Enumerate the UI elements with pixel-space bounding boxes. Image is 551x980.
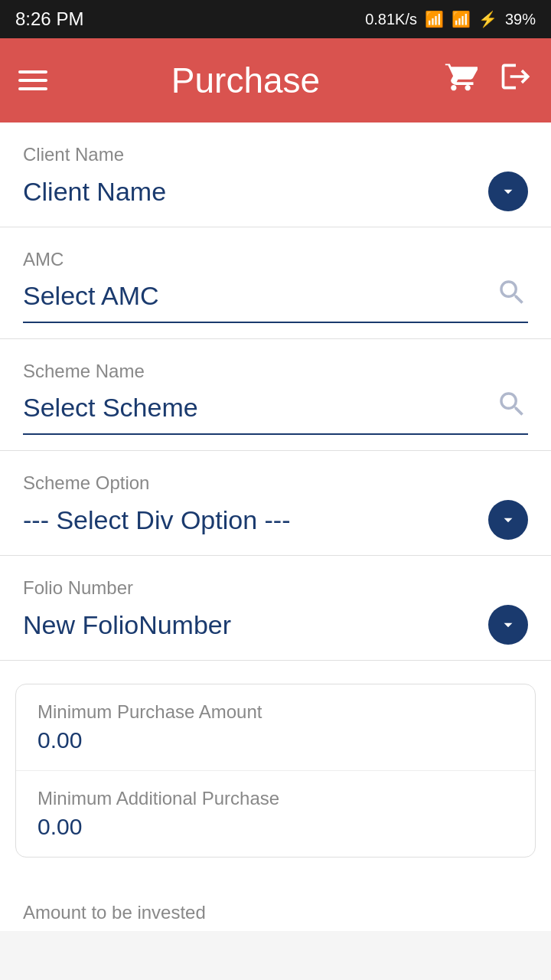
- menu-button[interactable]: [18, 70, 47, 90]
- amc-section: AMC Select AMC: [0, 227, 551, 339]
- scheme-search-icon[interactable]: [496, 388, 528, 427]
- scheme-option-row: --- Select Div Option ---: [23, 500, 528, 540]
- amount-section: Amount to be invested: [0, 880, 551, 931]
- min-additional-value: 0.00: [37, 814, 514, 840]
- amc-search-icon[interactable]: [496, 276, 528, 315]
- folio-number-label: Folio Number: [23, 577, 528, 599]
- scheme-option-section: Scheme Option --- Select Div Option ---: [0, 451, 551, 556]
- amc-label: AMC: [23, 249, 528, 270]
- status-icons: 0.81K/s 📶 📶 ⚡ 39%: [365, 10, 536, 28]
- battery-percent: 39%: [505, 11, 536, 28]
- network-speed: 0.81K/s: [365, 11, 417, 28]
- battery-icon: ⚡: [478, 10, 497, 28]
- min-additional-label: Minimum Additional Purchase: [37, 788, 514, 809]
- scheme-option-dropdown[interactable]: [488, 500, 528, 540]
- folio-number-section: Folio Number New FolioNumber: [0, 556, 551, 661]
- min-purchase-value: 0.00: [37, 727, 514, 753]
- app-bar: Purchase: [0, 38, 551, 122]
- scheme-name-section: Scheme Name Select Scheme: [0, 339, 551, 451]
- time: 8:26 PM: [15, 8, 83, 30]
- folio-number-dropdown[interactable]: [488, 605, 528, 645]
- client-name-label: Client Name: [23, 144, 528, 165]
- scheme-name-row: Select Scheme: [23, 388, 528, 427]
- scheme-option-label: Scheme Option: [23, 472, 528, 494]
- client-name-value: Client Name: [23, 177, 166, 207]
- amount-label: Amount to be invested: [23, 902, 528, 923]
- amc-row: Select AMC: [23, 276, 528, 315]
- scheme-option-value: --- Select Div Option ---: [23, 505, 291, 535]
- wifi-icon: 📶: [425, 10, 444, 28]
- main-content: Client Name Client Name AMC Select AMC S…: [0, 122, 551, 931]
- status-bar: 8:26 PM 0.81K/s 📶 📶 ⚡ 39%: [0, 0, 551, 38]
- app-bar-actions: [444, 60, 533, 101]
- scheme-name-label: Scheme Name: [23, 361, 528, 382]
- page-title: Purchase: [47, 60, 444, 101]
- logout-button[interactable]: [499, 60, 533, 101]
- min-purchase-label: Minimum Purchase Amount: [37, 701, 514, 723]
- amc-value[interactable]: Select AMC: [23, 281, 159, 311]
- folio-number-value: New FolioNumber: [23, 610, 231, 640]
- client-name-dropdown[interactable]: [488, 172, 528, 211]
- min-purchase-row: Minimum Purchase Amount 0.00: [16, 684, 535, 771]
- folio-number-row: New FolioNumber: [23, 605, 528, 645]
- info-card: Minimum Purchase Amount 0.00 Minimum Add…: [15, 684, 536, 858]
- client-name-section: Client Name Client Name: [0, 122, 551, 227]
- min-additional-row: Minimum Additional Purchase 0.00: [16, 771, 535, 857]
- client-name-row: Client Name: [23, 172, 528, 211]
- cart-button[interactable]: [444, 60, 478, 101]
- signal-icon: 📶: [452, 10, 471, 28]
- scheme-name-value[interactable]: Select Scheme: [23, 393, 198, 423]
